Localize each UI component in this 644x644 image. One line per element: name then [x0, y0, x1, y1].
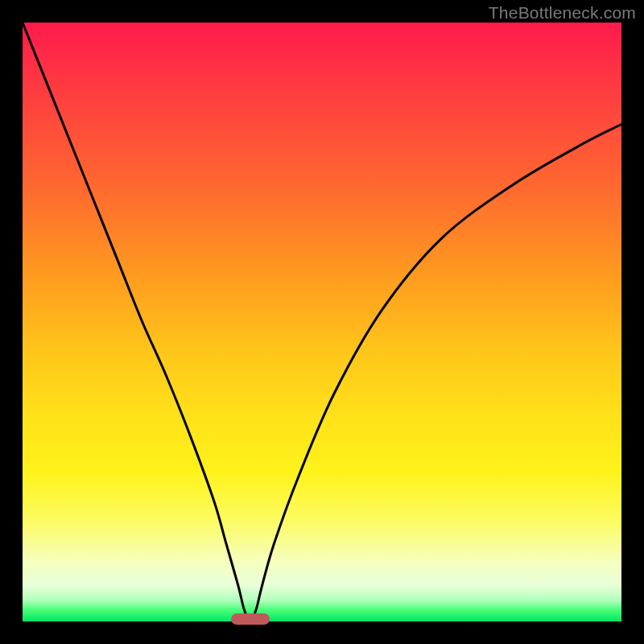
- watermark-text: TheBottleneck.com: [489, 3, 636, 23]
- plot-area: [23, 23, 621, 621]
- optimal-point-marker: [231, 613, 270, 625]
- bottleneck-curve: [23, 23, 621, 621]
- chart-frame: TheBottleneck.com: [0, 0, 644, 644]
